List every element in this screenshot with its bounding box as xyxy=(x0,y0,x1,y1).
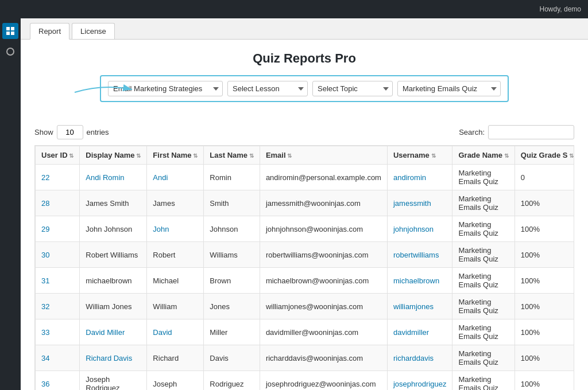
entries-label: entries xyxy=(87,128,109,136)
cell-first-name[interactable]: John xyxy=(147,216,204,242)
cell-quiz-grade: 100% xyxy=(514,216,574,242)
cell-email: richarddavis@wooninjas.com xyxy=(260,345,387,371)
cell-quiz-grade: 100% xyxy=(514,268,574,294)
cell-display-name: John Johnson xyxy=(80,216,147,242)
cell-last-name: Williams xyxy=(204,242,260,268)
topic-select[interactable]: Select Topic xyxy=(312,81,393,96)
cell-display-name: William Jones xyxy=(80,294,147,319)
entries-input[interactable]: 10 xyxy=(57,125,83,139)
cell-first-name: Richard xyxy=(147,345,204,371)
cell-quiz-grade: 0 xyxy=(514,165,574,190)
col-first-name[interactable]: First Name xyxy=(147,146,204,165)
cell-display-name: Joseph Rodriguez xyxy=(80,371,147,391)
cell-email: johnjohnson@wooninjas.com xyxy=(260,216,387,242)
col-grade-name[interactable]: Grade Name xyxy=(452,146,514,165)
table-controls: Show 10 entries Search: xyxy=(34,125,574,139)
table-row: 32William JonesWilliamJoneswilliamjones@… xyxy=(36,294,575,319)
cell-quiz-grade: 100% xyxy=(514,371,574,391)
cell-user-id[interactable]: 32 xyxy=(36,294,80,319)
table-row: 29John JohnsonJohnJohnsonjohnjohnson@woo… xyxy=(36,216,575,242)
cell-last-name: Miller xyxy=(204,319,260,345)
sidebar-icon-dashboard[interactable] xyxy=(2,23,18,39)
cell-first-name: James xyxy=(147,190,204,216)
cell-email: davidmiller@wooninjas.com xyxy=(260,319,387,345)
table-wrapper: User ID Display Name First Name Last Nam… xyxy=(34,145,574,390)
cell-email: michaelbrown@wooninjas.com xyxy=(260,268,387,294)
col-email[interactable]: Email xyxy=(260,146,387,165)
table-row: 30Robert WilliamsRobertWilliamsrobertwil… xyxy=(36,242,575,268)
arrow-annotation xyxy=(69,81,138,98)
cell-quiz-grade: 100% xyxy=(514,242,574,268)
show-entries: Show 10 entries xyxy=(34,125,109,139)
svg-rect-2 xyxy=(6,32,10,35)
table-row: 34Richard DavisRichardDavisricharddavis@… xyxy=(36,345,575,371)
search-area: Search: xyxy=(459,125,574,139)
col-last-name[interactable]: Last Name xyxy=(204,146,260,165)
cell-grade-name: Marketing Emails Quiz xyxy=(452,294,514,319)
cell-user-id[interactable]: 30 xyxy=(36,242,80,268)
cell-user-id[interactable]: 22 xyxy=(36,165,80,190)
cell-first-name[interactable]: David xyxy=(147,319,204,345)
cell-last-name: Jones xyxy=(204,294,260,319)
cell-grade-name: Marketing Emails Quiz xyxy=(452,165,514,190)
cell-username[interactable]: johnjohnson xyxy=(387,216,452,242)
cell-first-name: William xyxy=(147,294,204,319)
sidebar-icon-circle[interactable] xyxy=(2,44,18,60)
col-user-id[interactable]: User ID xyxy=(36,146,80,165)
cell-first-name: Michael xyxy=(147,268,204,294)
cell-username[interactable]: michaelbrown xyxy=(387,268,452,294)
cell-display-name: Robert Williams xyxy=(80,242,147,268)
lesson-select[interactable]: Select Lesson xyxy=(227,81,308,96)
col-username[interactable]: Username xyxy=(387,146,452,165)
svg-rect-0 xyxy=(6,27,10,30)
svg-point-4 xyxy=(7,48,14,55)
table-row: 33David MillerDavidMillerdavidmiller@woo… xyxy=(36,319,575,345)
cell-email: robertwilliams@wooninjas.com xyxy=(260,242,387,268)
tabs-bar: Report License xyxy=(21,18,588,40)
cell-display-name[interactable]: Richard Davis xyxy=(80,345,147,371)
page-area: Quiz Reports Pro Email Marketing Strateg… xyxy=(21,40,588,390)
cell-last-name: Romin xyxy=(204,165,260,190)
cell-first-name: Joseph xyxy=(147,371,204,391)
cell-display-name: James Smith xyxy=(80,190,147,216)
cell-last-name: Davis xyxy=(204,345,260,371)
cell-display-name[interactable]: David Miller xyxy=(80,319,147,345)
howdy-label: Howdy, demo xyxy=(540,5,581,13)
col-quiz-grade[interactable]: Quiz Grade S xyxy=(514,146,574,165)
cell-username[interactable]: richarddavis xyxy=(387,345,452,371)
search-input[interactable] xyxy=(488,125,574,139)
cell-username[interactable]: jamessmith xyxy=(387,190,452,216)
cell-user-id[interactable]: 34 xyxy=(36,345,80,371)
cell-first-name: Robert xyxy=(147,242,204,268)
quiz-select[interactable]: Marketing Emails Quiz xyxy=(397,81,501,96)
admin-bar: Howdy, demo xyxy=(0,0,588,18)
cell-first-name[interactable]: Andi xyxy=(147,165,204,190)
cell-username[interactable]: andiromin xyxy=(387,165,452,190)
table-header-row: User ID Display Name First Name Last Nam… xyxy=(36,146,575,165)
cell-grade-name: Marketing Emails Quiz xyxy=(452,371,514,391)
cell-grade-name: Marketing Emails Quiz xyxy=(452,319,514,345)
cell-email: josephrodriguez@wooninjas.com xyxy=(260,371,387,391)
cell-user-id[interactable]: 29 xyxy=(36,216,80,242)
cell-quiz-grade: 100% xyxy=(514,294,574,319)
cell-grade-name: Marketing Emails Quiz xyxy=(452,345,514,371)
cell-user-id[interactable]: 31 xyxy=(36,268,80,294)
cell-grade-name: Marketing Emails Quiz xyxy=(452,190,514,216)
cell-username[interactable]: robertwilliams xyxy=(387,242,452,268)
tab-report[interactable]: Report xyxy=(30,23,69,40)
cell-username[interactable]: josephrodriguez xyxy=(387,371,452,391)
cell-quiz-grade: 100% xyxy=(514,190,574,216)
cell-username[interactable]: williamjones xyxy=(387,294,452,319)
cell-email: jamessmith@wooninjas.com xyxy=(260,190,387,216)
cell-user-id[interactable]: 28 xyxy=(36,190,80,216)
cell-username[interactable]: davidmiller xyxy=(387,319,452,345)
cell-user-id[interactable]: 33 xyxy=(36,319,80,345)
tab-license[interactable]: License xyxy=(72,23,115,39)
table-row: 22Andi RominAndiRominandiromin@personal.… xyxy=(36,165,575,190)
col-display-name[interactable]: Display Name xyxy=(80,146,147,165)
cell-last-name: Brown xyxy=(204,268,260,294)
cell-user-id[interactable]: 36 xyxy=(36,371,80,391)
cell-display-name[interactable]: Andi Romin xyxy=(80,165,147,190)
cell-grade-name: Marketing Emails Quiz xyxy=(452,242,514,268)
svg-rect-3 xyxy=(11,32,14,35)
